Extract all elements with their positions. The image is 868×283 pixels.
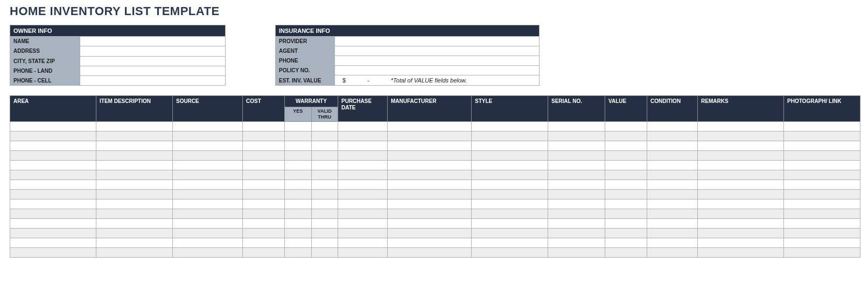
table-cell[interactable] [285,218,312,228]
table-cell[interactable] [96,247,173,257]
table-cell[interactable] [698,141,784,150]
table-cell[interactable] [285,170,312,180]
table-cell[interactable] [173,209,243,218]
table-cell[interactable] [784,141,860,150]
table-cell[interactable] [784,189,860,199]
table-cell[interactable] [338,170,388,180]
table-cell[interactable] [472,189,548,199]
table-cell[interactable] [548,228,605,238]
table-cell[interactable] [10,238,96,247]
table-cell[interactable] [173,228,243,238]
table-cell[interactable] [698,160,784,170]
table-cell[interactable] [243,247,285,257]
insurance-agent-field[interactable] [335,46,540,56]
table-cell[interactable] [285,131,312,141]
table-cell[interactable] [96,209,173,218]
table-cell[interactable] [698,180,784,189]
table-cell[interactable] [472,180,548,189]
table-cell[interactable] [10,170,96,180]
table-cell[interactable] [96,228,173,238]
table-cell[interactable] [472,247,548,257]
table-cell[interactable] [698,150,784,160]
table-cell[interactable] [96,141,173,150]
table-cell[interactable] [285,180,312,189]
table-cell[interactable] [285,199,312,209]
table-cell[interactable] [338,160,388,170]
table-cell[interactable] [388,209,472,218]
table-cell[interactable] [338,247,388,257]
table-cell[interactable] [96,170,173,180]
table-cell[interactable] [605,199,647,209]
table-cell[interactable] [605,218,647,228]
table-cell[interactable] [605,189,647,199]
table-cell[interactable] [784,199,860,209]
table-cell[interactable] [285,247,312,257]
table-cell[interactable] [10,131,96,141]
table-cell[interactable] [605,150,647,160]
table-cell[interactable] [311,141,338,150]
table-cell[interactable] [243,209,285,218]
table-cell[interactable] [548,150,605,160]
table-cell[interactable] [548,131,605,141]
table-cell[interactable] [388,247,472,257]
table-cell[interactable] [698,218,784,228]
table-cell[interactable] [10,121,96,131]
table-cell[interactable] [548,160,605,170]
table-cell[interactable] [173,218,243,228]
table-cell[interactable] [647,218,698,228]
table-cell[interactable] [388,150,472,160]
table-cell[interactable] [647,170,698,180]
table-cell[interactable] [698,199,784,209]
table-cell[interactable] [311,121,338,131]
table-cell[interactable] [605,209,647,218]
table-cell[interactable] [173,199,243,209]
table-cell[interactable] [10,160,96,170]
table-cell[interactable] [647,228,698,238]
table-cell[interactable] [311,209,338,218]
table-cell[interactable] [698,247,784,257]
table-cell[interactable] [388,218,472,228]
table-cell[interactable] [698,121,784,131]
table-cell[interactable] [472,228,548,238]
table-cell[interactable] [243,131,285,141]
table-cell[interactable] [96,238,173,247]
table-cell[interactable] [243,180,285,189]
table-cell[interactable] [338,209,388,218]
table-cell[interactable] [338,180,388,189]
table-cell[interactable] [472,160,548,170]
table-cell[interactable] [472,121,548,131]
table-cell[interactable] [472,238,548,247]
table-cell[interactable] [338,121,388,131]
table-cell[interactable] [784,160,860,170]
table-cell[interactable] [647,160,698,170]
table-cell[interactable] [173,131,243,141]
table-cell[interactable] [784,209,860,218]
table-cell[interactable] [311,131,338,141]
table-cell[interactable] [784,218,860,228]
table-cell[interactable] [605,170,647,180]
table-cell[interactable] [338,150,388,160]
table-cell[interactable] [388,121,472,131]
table-cell[interactable] [285,121,312,131]
table-cell[interactable] [285,228,312,238]
table-cell[interactable] [285,141,312,150]
table-cell[interactable] [311,189,338,199]
table-cell[interactable] [605,247,647,257]
table-cell[interactable] [388,238,472,247]
table-cell[interactable] [388,180,472,189]
table-cell[interactable] [472,141,548,150]
table-cell[interactable] [647,141,698,150]
table-cell[interactable] [243,121,285,131]
table-cell[interactable] [311,180,338,189]
table-cell[interactable] [784,131,860,141]
table-cell[interactable] [10,189,96,199]
table-cell[interactable] [243,170,285,180]
table-cell[interactable] [96,180,173,189]
table-cell[interactable] [647,189,698,199]
table-cell[interactable] [10,141,96,150]
table-cell[interactable] [472,209,548,218]
table-cell[interactable] [388,131,472,141]
table-cell[interactable] [472,199,548,209]
table-cell[interactable] [338,218,388,228]
table-cell[interactable] [548,247,605,257]
